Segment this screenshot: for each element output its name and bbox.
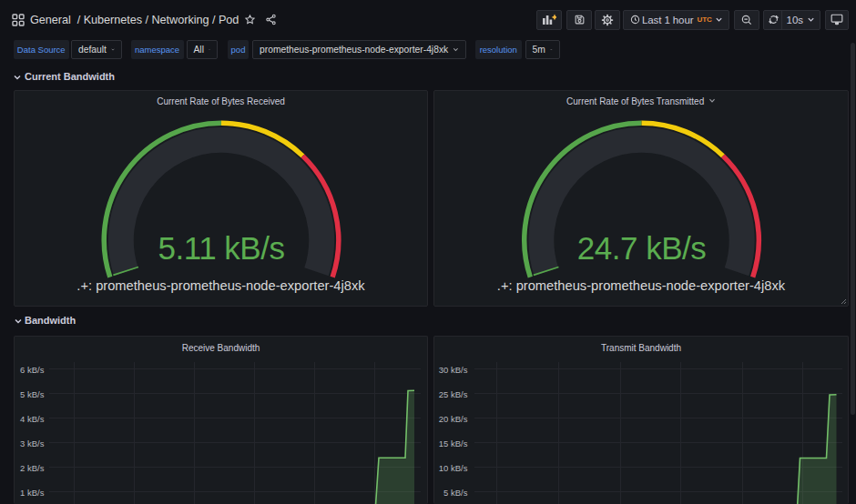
svg-text:5.11 kB/s: 5.11 kB/s bbox=[158, 230, 285, 266]
svg-text:24.7 kB/s: 24.7 kB/s bbox=[577, 230, 706, 266]
